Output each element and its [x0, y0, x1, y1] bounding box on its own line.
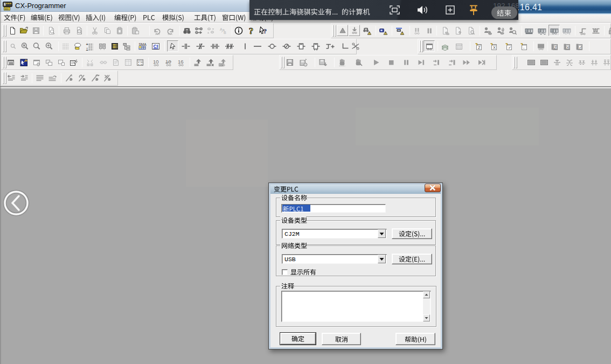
- svg-text:?: ?: [249, 26, 254, 35]
- svg-text:+: +: [86, 48, 88, 51]
- svg-text:X: X: [493, 45, 496, 50]
- svg-text:10: 10: [165, 59, 171, 65]
- svg-text:A: A: [220, 27, 223, 31]
- svg-text:CI: CI: [154, 44, 158, 49]
- svg-text:0.02: 0.02: [138, 64, 144, 66]
- svg-text:✓: ✓: [508, 45, 511, 50]
- svg-text:Z: Z: [478, 45, 481, 50]
- svg-text:SMA: SMA: [139, 43, 147, 46]
- svg-text:16: 16: [178, 59, 184, 65]
- svg-text:B: B: [224, 31, 226, 34]
- svg-text:?: ?: [263, 27, 267, 35]
- svg-text:10: 10: [153, 59, 159, 65]
